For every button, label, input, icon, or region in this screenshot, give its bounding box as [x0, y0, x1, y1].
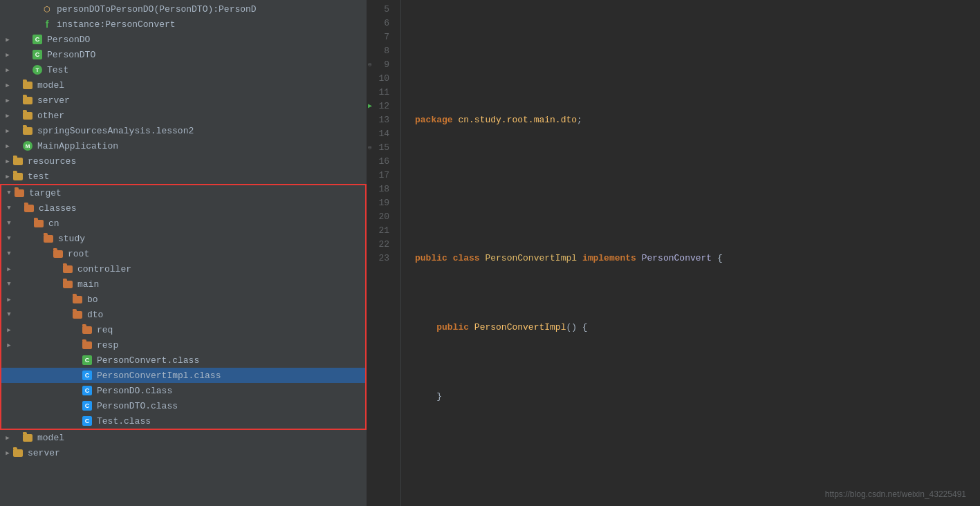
model-label: model: [37, 80, 64, 91]
file-tree[interactable]: ⬡ personDOToPersonDO(PersonDTO):PersonD …: [0, 0, 367, 506]
line-13: 13: [367, 113, 395, 127]
code-editor: 5 6 7 8 9 ⊖ 10 11 12 ▶ 13 14 15 ⊖ 16 17 …: [367, 0, 980, 506]
target-label: target: [29, 188, 62, 198]
arrow-study: [4, 234, 14, 243]
arrow-classes: [4, 203, 14, 213]
method-item[interactable]: ⬡ personDOToPersonDO(PersonDTO):PersonD: [0, 1, 367, 17]
target-item[interactable]: target: [1, 185, 365, 200]
code-line-7: [415, 182, 980, 196]
line-21: 21: [367, 224, 395, 238]
PersonConvertImpl-class-label: PersonConvertImpl.class: [97, 371, 221, 381]
code-line-5: [415, 44, 980, 58]
server-item[interactable]: server: [0, 93, 367, 108]
line-6: 6: [367, 17, 395, 30]
folder-icon-test-root: [12, 171, 24, 182]
line-11: 11: [367, 86, 395, 100]
controller-label: controller: [77, 264, 131, 274]
folder-icon-resp: [82, 339, 93, 350]
arrow-server-bottom: [3, 448, 12, 458]
server-label: server: [37, 95, 70, 106]
model-bottom-item[interactable]: model: [0, 430, 367, 445]
line-numbers: 5 6 7 8 9 ⊖ 10 11 12 ▶ 13 14 15 ⊖ 16 17 …: [367, 0, 401, 506]
arrow-model-bottom: [3, 433, 12, 442]
study-item[interactable]: study: [1, 231, 365, 246]
resources-label: resources: [28, 156, 76, 167]
folder-icon-main: [62, 279, 73, 290]
test-root-item[interactable]: test: [0, 169, 367, 184]
test-item[interactable]: T Test: [0, 62, 367, 77]
folder-icon-other: [22, 110, 33, 121]
field-item[interactable]: f instance:PersonConvert: [0, 17, 367, 32]
PersonDTO-class-label: PersonDTO.class: [97, 401, 178, 411]
server-bottom-label: server: [28, 448, 60, 458]
bo-label: bo: [87, 294, 98, 305]
arrow-resources: [3, 156, 12, 166]
root-item[interactable]: root: [1, 246, 365, 261]
folder-icon-server: [22, 95, 33, 106]
test-root-label: test: [28, 171, 49, 182]
model-item[interactable]: model: [0, 77, 367, 93]
code-line-10: }: [415, 390, 980, 404]
bo-item[interactable]: bo: [1, 292, 365, 307]
springSources-item[interactable]: springSourcesAnalysis.lesson2: [0, 123, 367, 138]
cn-item[interactable]: cn: [1, 216, 365, 231]
PersonDO-class-item[interactable]: C PersonDO.class: [1, 383, 365, 398]
springSources-label: springSourcesAnalysis.lesson2: [37, 126, 194, 136]
arrow-model: [3, 80, 12, 90]
dto-label: dto: [87, 310, 103, 320]
line-17: 17: [367, 169, 395, 182]
dto-item[interactable]: dto: [1, 307, 365, 322]
other-item[interactable]: other: [0, 108, 367, 123]
PersonConvert-class-item[interactable]: C PersonConvert.class: [1, 353, 365, 368]
field-label: instance:PersonConvert: [57, 19, 176, 30]
folder-icon-springSources: [22, 125, 33, 136]
folder-icon-classes: [24, 203, 35, 214]
arrow-controller: [4, 264, 14, 274]
line-15: 15 ⊖: [367, 141, 395, 155]
req-item[interactable]: req: [1, 322, 365, 337]
arrow-springSources: [3, 126, 12, 135]
class-icon-personDO: C: [32, 34, 43, 45]
classes-item[interactable]: classes: [1, 200, 365, 216]
personDO-item[interactable]: C PersonDO: [0, 32, 367, 47]
mainApp-item[interactable]: M MainApplication: [0, 138, 367, 153]
class-icon-PersonDTO-class: C: [82, 400, 93, 411]
arrow-target: [4, 188, 14, 198]
class-icon-PersonConvert: C: [82, 355, 93, 366]
PersonConvertImpl-class-item[interactable]: C PersonConvertImpl.class: [1, 368, 365, 383]
method-icon: ⬡: [41, 3, 53, 15]
arrow-cn: [4, 218, 14, 228]
Test-class-item[interactable]: C Test.class: [1, 413, 365, 429]
folder-icon-dto: [72, 309, 83, 320]
test-label: Test: [47, 65, 68, 75]
folder-icon-resources: [12, 156, 24, 167]
line-22: 22: [367, 238, 395, 252]
cn-label: cn: [48, 218, 59, 229]
arrow-resp: [4, 340, 14, 350]
class-icon-PersonDO-class: C: [82, 385, 93, 396]
field-icon: f: [41, 19, 53, 30]
code-line-9: public PersonConvertImpl() {: [415, 321, 980, 335]
personDTO-label: PersonDTO: [47, 50, 95, 60]
folder-icon-root: [53, 248, 64, 259]
personDTO-item[interactable]: C PersonDTO: [0, 47, 367, 62]
arrow-root: [4, 249, 14, 259]
folder-icon-model: [22, 79, 33, 91]
main-label: main: [77, 279, 99, 290]
PersonDTO-class-item[interactable]: C PersonDTO.class: [1, 398, 365, 413]
server-bottom-item[interactable]: server: [0, 445, 367, 460]
resources-item[interactable]: resources: [0, 153, 367, 169]
classes-label: classes: [39, 203, 77, 214]
resp-item[interactable]: resp: [1, 337, 365, 353]
line-9: 9 ⊖: [367, 58, 395, 72]
main-item[interactable]: main: [1, 277, 365, 292]
line-20: 20: [367, 210, 395, 224]
method-label: personDOToPersonDO(PersonDTO):PersonD: [57, 4, 257, 15]
model-bottom-label: model: [37, 433, 64, 443]
controller-item[interactable]: controller: [1, 261, 365, 277]
line-12: 12 ▶: [367, 100, 395, 113]
arrow-req: [4, 325, 14, 335]
class-icon-test: T: [32, 64, 43, 75]
line-23: 23: [367, 252, 395, 265]
target-section: target classes cn study: [0, 184, 367, 430]
